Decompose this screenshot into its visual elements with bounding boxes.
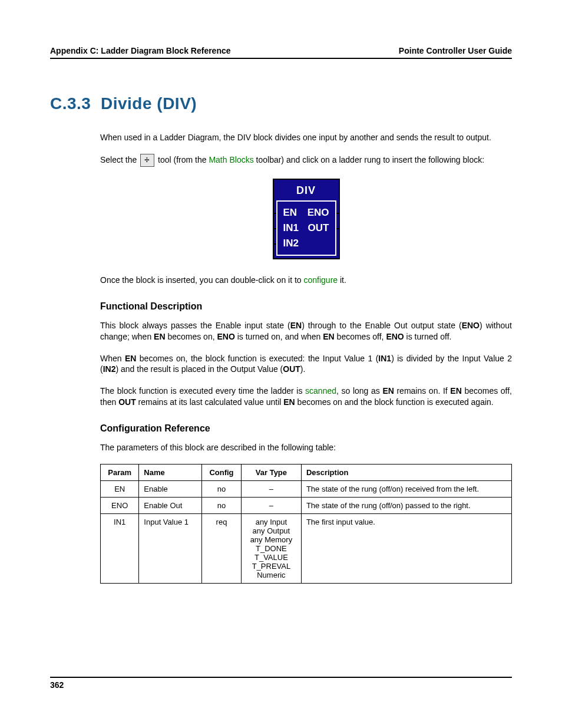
- section-name: Divide (DIV): [101, 94, 197, 113]
- functional-description-heading: Functional Description: [100, 301, 512, 312]
- bold-out: OUT: [118, 397, 136, 407]
- pin-left-icon: [273, 213, 276, 214]
- cell-desc: The first input value.: [301, 514, 511, 584]
- scanned-link[interactable]: scanned: [305, 386, 336, 396]
- text: becomes on and the block function is exe…: [295, 397, 494, 407]
- after-block-paragraph: Once the block is inserted, you can doub…: [100, 275, 512, 286]
- text: remains at its last calculated value unt…: [136, 397, 284, 407]
- section-title: C.3.3 Divide (DIV): [50, 94, 512, 113]
- text: ) through to the Enable Out output state…: [302, 321, 461, 330]
- divide-tool-icon: [140, 154, 154, 167]
- text: , so long as: [336, 386, 382, 396]
- pin-label: EN: [283, 207, 297, 219]
- table-row: ENEnableno–The state of the rung (off/on…: [101, 481, 512, 498]
- cell-param: IN1: [101, 514, 139, 584]
- func-para-2: When EN becomes on, the block function i…: [100, 353, 512, 375]
- bold-in2: IN2: [103, 364, 116, 374]
- bold-en: EN: [283, 397, 295, 407]
- block-row-2: IN1 OUT: [280, 220, 333, 236]
- text: This block always passes the Enable inpu…: [100, 321, 290, 330]
- pin-label: IN1: [283, 222, 299, 234]
- block-outer: DIV EN ENO IN1 OUT: [273, 179, 340, 259]
- block-row-3: IN2: [280, 236, 333, 251]
- bold-in1: IN1: [378, 354, 391, 363]
- text: becomes off,: [335, 332, 386, 341]
- text: is turned off.: [404, 332, 452, 341]
- parameters-table: Param Name Config Var Type Description E…: [100, 464, 512, 584]
- cell-param: EN: [101, 481, 139, 498]
- pin-right-icon: [336, 213, 340, 214]
- func-para-1: This block always passes the Enable inpu…: [100, 320, 512, 342]
- text: remains on. If: [394, 386, 450, 396]
- text: becomes on, the block function is execut…: [136, 354, 378, 363]
- bold-eno: ENO: [217, 332, 234, 341]
- cell-config: req: [202, 514, 242, 584]
- func-para-3: The block function is executed every tim…: [100, 386, 512, 408]
- bold-out: OUT: [283, 364, 300, 374]
- table-row: IN1Input Value 1reqany Inputany Outputan…: [101, 514, 512, 584]
- cell-name: Enable: [139, 481, 202, 498]
- text: Select the: [100, 155, 139, 164]
- pin-right-icon: [336, 228, 340, 229]
- table-row: ENOEnable Outno–The state of the rung (o…: [101, 498, 512, 514]
- bold-en: EN: [125, 354, 136, 363]
- cell-desc: The state of the rung (off/on) passed to…: [301, 498, 511, 514]
- cell-desc: The state of the rung (off/on) received …: [301, 481, 511, 498]
- text: tool (from the: [156, 155, 209, 164]
- bold-eno: ENO: [462, 321, 480, 330]
- page-header: Appendix C: Ladder Diagram Block Referen…: [50, 46, 512, 59]
- th-vartype: Var Type: [241, 465, 301, 481]
- math-blocks-link[interactable]: Math Blocks: [209, 155, 253, 164]
- text: The block function is executed every tim…: [100, 386, 305, 396]
- cell-param: ENO: [101, 498, 139, 514]
- cell-vartype: –: [241, 481, 301, 498]
- bold-en: EN: [154, 332, 165, 341]
- cell-name: Input Value 1: [139, 514, 202, 584]
- block-body: EN ENO IN1 OUT IN2: [276, 200, 336, 256]
- pin-label: ENO: [308, 207, 329, 219]
- th-param: Param: [101, 465, 139, 481]
- configure-link[interactable]: configure: [304, 275, 338, 285]
- block-row-1: EN ENO: [280, 205, 333, 220]
- header-left: Appendix C: Ladder Diagram Block Referen…: [50, 46, 231, 55]
- bold-en: EN: [382, 386, 394, 396]
- block-title: DIV: [276, 182, 336, 200]
- th-name: Name: [139, 465, 202, 481]
- intro-paragraph: When used in a Ladder Diagram, the DIV b…: [100, 132, 512, 143]
- cell-vartype: –: [241, 498, 301, 514]
- bold-en: EN: [290, 321, 302, 330]
- bold-eno: ENO: [386, 332, 404, 341]
- pin-label: IN2: [283, 238, 299, 249]
- text: toolbar) and click on a ladder rung to i…: [254, 155, 484, 164]
- text: ).: [300, 364, 306, 374]
- pin-left-icon: [273, 228, 276, 229]
- text: it.: [338, 275, 346, 285]
- pin-label: OUT: [308, 222, 329, 234]
- config-intro: The parameters of this block are describ…: [100, 442, 512, 453]
- div-block-diagram: DIV EN ENO IN1 OUT: [100, 179, 512, 259]
- bold-en: EN: [323, 332, 334, 341]
- header-right: Pointe Controller User Guide: [399, 46, 512, 55]
- page-number: 362: [50, 680, 64, 690]
- text: ) and the result is placed in the Output…: [115, 364, 283, 374]
- text: is turned on, and when: [235, 332, 323, 341]
- cell-config: no: [202, 498, 242, 514]
- configuration-reference-heading: Configuration Reference: [100, 423, 512, 434]
- bold-en: EN: [450, 386, 461, 396]
- pin-left-icon: [273, 243, 276, 245]
- text: Once the block is inserted, you can doub…: [100, 275, 304, 285]
- cell-name: Enable Out: [139, 498, 202, 514]
- table-header-row: Param Name Config Var Type Description: [101, 465, 512, 481]
- section-number: C.3.3: [50, 94, 91, 113]
- select-paragraph: Select the tool (from the Math Blocks to…: [100, 154, 512, 167]
- text: When: [100, 354, 125, 363]
- page-footer: 362: [50, 677, 512, 690]
- th-config: Config: [202, 465, 242, 481]
- text: becomes on,: [166, 332, 217, 341]
- th-desc: Description: [301, 465, 511, 481]
- cell-config: no: [202, 481, 242, 498]
- cell-vartype: any Inputany Outputany MemoryT_DONET_VAL…: [241, 514, 301, 584]
